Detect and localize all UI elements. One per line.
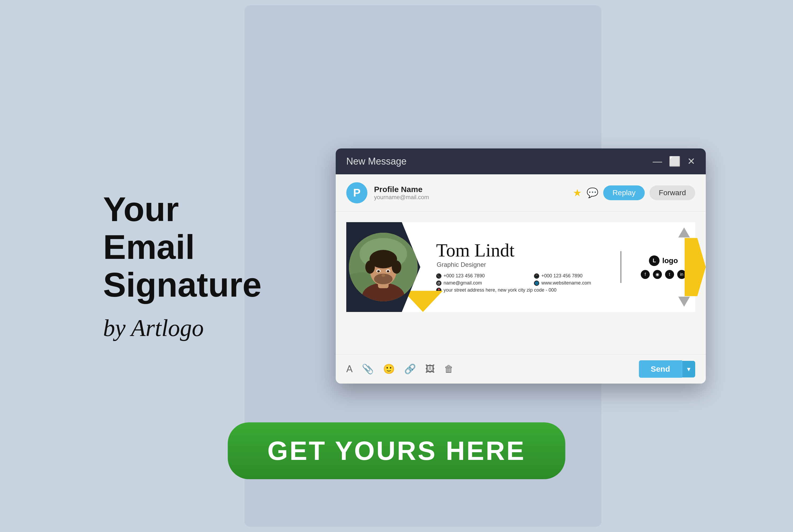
close-icon[interactable]: ✕ xyxy=(687,156,695,167)
signature-photo xyxy=(349,233,418,301)
signature-area: Tom Lindt Graphic Designer 📞 +000 123 45… xyxy=(336,212,706,323)
signature-title: Graphic Designer xyxy=(437,261,624,268)
avatar: P xyxy=(346,182,367,203)
email-toolbar: A 📎 🙂 🔗 🖼 🗑 Send ▾ xyxy=(336,354,706,383)
email-body[interactable] xyxy=(336,323,706,354)
email-actions: ★ 💬 Replay Forward xyxy=(573,186,695,200)
triangle-top-decoration xyxy=(678,227,690,238)
toolbar-icons: A 📎 🙂 🔗 🖼 🗑 xyxy=(346,363,454,375)
email-header: P Profile Name yourname@mail.com ★ 💬 Rep… xyxy=(336,174,706,212)
email-icon: @ xyxy=(436,281,441,286)
email-sender: P Profile Name yourname@mail.com xyxy=(346,182,429,203)
forward-button[interactable]: Forward xyxy=(649,186,695,200)
main-container: Your Email Signature by Artlogo New Mess… xyxy=(0,0,793,532)
signature-right-content: Tom Lindt Graphic Designer 📞 +000 123 45… xyxy=(420,222,632,312)
svg-point-7 xyxy=(365,261,375,274)
left-section: Your Email Signature by Artlogo xyxy=(87,190,325,342)
cta-button[interactable]: GET YOURS HERE xyxy=(228,422,566,479)
signature-divider xyxy=(621,251,621,283)
window-title: New Message xyxy=(346,156,407,167)
send-button[interactable]: Send xyxy=(639,360,682,378)
send-button-container: Send ▾ xyxy=(639,360,695,378)
font-icon[interactable]: A xyxy=(346,363,353,375)
sender-info: Profile Name yourname@mail.com xyxy=(374,185,429,201)
yellow-right-shape xyxy=(685,238,706,296)
contact-website: 🌐 www.websitename.com xyxy=(534,280,624,286)
triangle-bottom-decoration xyxy=(678,297,690,307)
twitter-icon[interactable]: t xyxy=(665,270,674,279)
reply-button[interactable]: Replay xyxy=(603,186,645,200)
link-icon[interactable]: 🔗 xyxy=(404,363,416,375)
headline-your: Your Email Signature xyxy=(103,190,309,304)
sender-name: Profile Name xyxy=(374,185,429,194)
instagram-icon[interactable]: ◉ xyxy=(653,270,662,279)
signature-logo: L logo xyxy=(649,255,678,266)
phone2-icon: 📱 xyxy=(534,273,539,279)
cta-button-label: GET YOURS HERE xyxy=(268,436,526,466)
maximize-icon[interactable]: ⬜ xyxy=(669,156,681,167)
photo-placeholder xyxy=(349,233,418,301)
svg-point-12 xyxy=(387,270,389,272)
emoji-icon[interactable]: 🙂 xyxy=(383,363,395,375)
window-titlebar: New Message — ⬜ ✕ xyxy=(336,149,706,174)
chat-icon[interactable]: 💬 xyxy=(587,187,598,198)
contact-email: @ name@gmail.com xyxy=(436,280,526,286)
facebook-icon[interactable]: f xyxy=(641,270,650,279)
signature-card: Tom Lindt Graphic Designer 📞 +000 123 45… xyxy=(346,222,695,312)
signature-name: Tom Lindt xyxy=(436,241,624,260)
image-icon[interactable]: 🖼 xyxy=(425,363,435,375)
social-icons: f ◉ t in xyxy=(641,270,686,279)
send-dropdown-button[interactable]: ▾ xyxy=(682,361,695,378)
window-controls: — ⬜ ✕ xyxy=(653,156,695,167)
signature-left-shape xyxy=(346,222,420,312)
email-window: New Message — ⬜ ✕ P Profile Name yournam… xyxy=(336,149,706,383)
svg-point-11 xyxy=(377,270,380,272)
sender-email: yourname@mail.com xyxy=(374,194,429,201)
contact-phone2: 📱 +000 123 456 7890 xyxy=(534,273,624,279)
phone1-icon: 📞 xyxy=(436,273,441,279)
logo-circle: L xyxy=(649,255,660,266)
contact-phone1: 📞 +000 123 456 7890 xyxy=(436,273,526,279)
contact-address: 📍 your street address here, new york cit… xyxy=(436,287,624,293)
svg-point-14 xyxy=(382,274,385,277)
web-icon: 🌐 xyxy=(534,281,539,286)
signature-contact: 📞 +000 123 456 7890 📱 +000 123 456 7890 … xyxy=(436,273,624,293)
attach-icon[interactable]: 📎 xyxy=(362,363,374,375)
delete-icon[interactable]: 🗑 xyxy=(444,363,454,375)
minimize-icon[interactable]: — xyxy=(653,156,662,167)
star-icon[interactable]: ★ xyxy=(573,187,582,198)
svg-point-8 xyxy=(392,261,401,274)
logo-text: logo xyxy=(662,256,678,265)
byline: by Artlogo xyxy=(103,314,204,342)
